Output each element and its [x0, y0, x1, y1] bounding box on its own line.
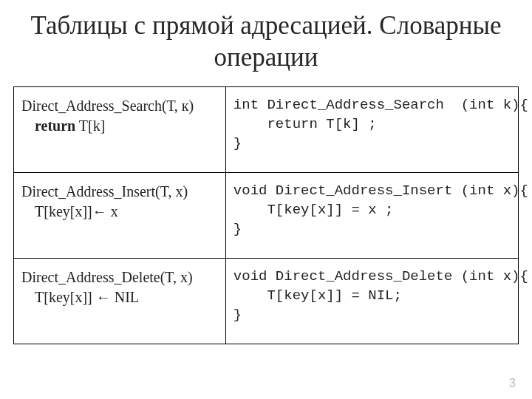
- table-row: Direct_Address_Delete(T, x) T[key[x]] ← …: [14, 259, 519, 344]
- pseudo-line: T[key[x]] ← NIL: [21, 287, 139, 307]
- table-row: Direct_Address_Search(Т, к) return T[k] …: [14, 87, 519, 173]
- table-row: Direct_Address_Insert(T, x) T[key[x]]← x…: [14, 173, 519, 259]
- pseudo-cell: Direct_Address_Search(Т, к) return T[k]: [14, 87, 226, 173]
- pseudo-line: Direct_Address_Search(Т, к): [21, 98, 194, 114]
- pseudo-cell: Direct_Address_Delete(T, x) T[key[x]] ← …: [14, 259, 226, 344]
- page-title: Таблицы с прямой адресацией. Словарные о…: [13, 10, 519, 73]
- pseudo-line: T[key[x]]← x: [21, 202, 118, 222]
- page-number: 3: [509, 377, 516, 390]
- code-block: void Direct_Address_Insert (int x){ T[ke…: [233, 182, 511, 239]
- pseudo-cell: Direct_Address_Insert(T, x) T[key[x]]← x: [14, 173, 226, 259]
- code-cell: void Direct_Address_Insert (int x){ T[ke…: [225, 173, 518, 259]
- operations-table: Direct_Address_Search(Т, к) return T[k] …: [13, 86, 519, 344]
- code-block: void Direct_Address_Delete (int x){ T[ke…: [233, 267, 511, 324]
- pseudo-line: Direct_Address_Delete(T, x): [21, 269, 193, 285]
- code-cell: void Direct_Address_Delete (int x){ T[ke…: [225, 259, 518, 344]
- pseudo-keyword: return: [35, 117, 75, 134]
- code-block: int Direct_Address_Search (int k){ retur…: [233, 96, 511, 153]
- code-cell: int Direct_Address_Search (int k){ retur…: [225, 87, 518, 173]
- pseudo-line: Direct_Address_Insert(T, x): [21, 183, 188, 200]
- pseudo-tail: T[k]: [75, 117, 105, 134]
- slide: Таблицы с прямой адресацией. Словарные о…: [0, 0, 532, 399]
